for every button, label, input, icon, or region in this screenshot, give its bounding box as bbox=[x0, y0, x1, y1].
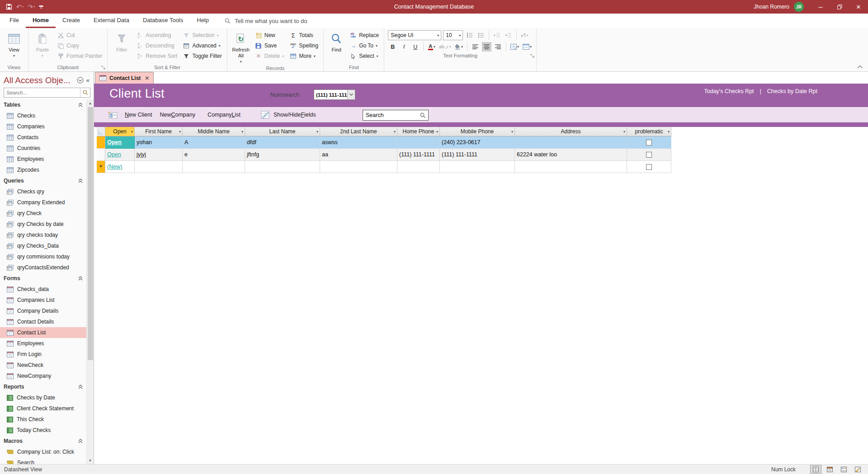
nav-item-query[interactable]: qry checks today bbox=[0, 230, 86, 240]
shutter-bar-close-icon[interactable]: « bbox=[85, 77, 91, 84]
ribbon-tab[interactable]: Home bbox=[26, 14, 56, 28]
filter-arrow-icon[interactable]: ▾ bbox=[241, 130, 243, 134]
font-name-combo[interactable]: Segoe UI ▾ bbox=[388, 30, 441, 40]
ribbon-tab[interactable]: Help bbox=[190, 14, 216, 28]
nav-item-report[interactable]: Client Check Statement bbox=[0, 403, 86, 414]
middle-name-cell[interactable] bbox=[183, 161, 245, 173]
first-name-cell[interactable] bbox=[135, 161, 183, 173]
decrease-indent-button[interactable] bbox=[492, 31, 502, 40]
nav-item-macro[interactable]: Company List: on: Click bbox=[0, 446, 86, 457]
collapse-group-icon[interactable] bbox=[78, 276, 83, 281]
search-icon[interactable] bbox=[80, 88, 90, 97]
new-company-button[interactable]: New Company bbox=[160, 112, 195, 118]
checks-by-date-rpt-link[interactable]: Checks by Date Rpt bbox=[767, 88, 817, 94]
nav-item-form[interactable]: Checks_data bbox=[0, 284, 86, 295]
delete-record-button[interactable]: ✕ Delete ▾ bbox=[253, 51, 287, 61]
select-button[interactable]: Select ▾ bbox=[347, 51, 381, 61]
nav-item-macro[interactable]: Search bbox=[0, 457, 86, 464]
remove-sort-button[interactable]: AZ× Remove Sort bbox=[134, 51, 179, 61]
middle-name-cell[interactable]: A bbox=[183, 136, 245, 149]
last-name-cell[interactable] bbox=[245, 161, 320, 173]
column-header-first-name[interactable]: First Name▾ bbox=[135, 127, 183, 136]
2nd-last-name-cell[interactable]: aswss bbox=[320, 136, 397, 149]
new-record-selector[interactable]: * bbox=[97, 161, 105, 173]
record-selector[interactable] bbox=[97, 149, 105, 161]
more-button[interactable]: More ▾ bbox=[287, 51, 321, 61]
chevron-down-icon[interactable] bbox=[347, 90, 355, 99]
nav-group-header-tables[interactable]: Tables bbox=[0, 99, 86, 110]
increase-indent-button[interactable] bbox=[504, 31, 513, 40]
view-button[interactable]: View ▾ bbox=[3, 30, 25, 59]
select-all-corner[interactable] bbox=[97, 127, 105, 136]
nav-item-report[interactable]: Checks by Date bbox=[0, 392, 86, 403]
nav-item-query[interactable]: Company Extended bbox=[0, 197, 86, 208]
mobile-phone-cell[interactable]: (240) 223-0617 bbox=[440, 136, 515, 149]
scrollbar-thumb[interactable] bbox=[88, 107, 93, 360]
replace-button[interactable]: ab⤷ac Replace bbox=[347, 30, 381, 40]
collapse-group-icon[interactable] bbox=[78, 439, 83, 443]
column-header-last-name[interactable]: Last Name▾ bbox=[245, 127, 320, 136]
filter-arrow-icon[interactable]: ▾ bbox=[511, 130, 513, 134]
find-button[interactable]: Find bbox=[326, 30, 346, 53]
2nd-last-name-cell[interactable] bbox=[320, 161, 397, 173]
new-client-button[interactable]: New Client bbox=[125, 112, 152, 118]
font-color-button[interactable]: A ▾ bbox=[427, 42, 436, 52]
last-name-cell[interactable]: dfdf bbox=[245, 136, 320, 149]
address-cell[interactable]: 62224 water loo bbox=[515, 149, 627, 161]
align-center-button[interactable] bbox=[482, 42, 491, 52]
datasheet-view-button[interactable] bbox=[810, 465, 821, 474]
font-size-combo[interactable]: 10 ▾ bbox=[443, 30, 463, 40]
toggle-filter-button[interactable]: Toggle Filter bbox=[180, 51, 224, 61]
clipboard-dialog-launcher-icon[interactable] bbox=[101, 66, 106, 70]
home-phone-cell[interactable] bbox=[397, 161, 440, 173]
numbering-button[interactable] bbox=[476, 31, 486, 40]
cut-button[interactable]: Cut bbox=[55, 30, 104, 40]
nav-group-header-forms[interactable]: Forms bbox=[0, 273, 86, 284]
ribbon-tab[interactable]: External Data bbox=[87, 14, 136, 28]
save-record-button[interactable]: Save bbox=[253, 41, 287, 51]
nav-item-table[interactable]: Employees bbox=[0, 154, 86, 164]
ascending-button[interactable]: AZ↓ Ascending bbox=[134, 30, 179, 40]
format-painter-button[interactable]: Format Painter bbox=[55, 51, 104, 61]
document-tab-contact-list[interactable]: Contact List ✕ bbox=[95, 72, 154, 84]
nav-item-form[interactable]: NewCheck bbox=[0, 360, 86, 371]
column-header-mobile-phone[interactable]: Mobile Phone▾ bbox=[440, 127, 515, 136]
scroll-down-icon[interactable]: ▼ bbox=[87, 457, 94, 464]
close-tab-icon[interactable]: ✕ bbox=[145, 75, 149, 81]
collapse-group-icon[interactable] bbox=[78, 385, 83, 389]
layout-view-button[interactable] bbox=[838, 465, 849, 474]
nav-item-form[interactable]: Companies List bbox=[0, 295, 86, 305]
nav-group-header-queries[interactable]: Queries bbox=[0, 175, 86, 186]
filter-button[interactable]: Filter bbox=[110, 30, 133, 53]
nav-item-query[interactable]: Checks qry bbox=[0, 186, 86, 197]
text-formatting-dialog-launcher-icon[interactable] bbox=[530, 54, 535, 58]
column-header-home-phone[interactable]: Home Phone▾ bbox=[397, 127, 440, 136]
open-cell[interactable]: (New) bbox=[105, 161, 135, 173]
minimize-button[interactable]: ─ bbox=[811, 0, 830, 14]
nav-item-query[interactable]: qry Check bbox=[0, 208, 86, 219]
nav-item-form[interactable]: NewCompany bbox=[0, 371, 86, 381]
column-header-2nd-last-name[interactable]: 2nd Last Name▾ bbox=[320, 127, 397, 136]
last-name-cell[interactable]: jftnfg bbox=[245, 149, 320, 161]
nav-item-table[interactable]: Contacts bbox=[0, 132, 86, 143]
filter-arrow-icon[interactable]: ▾ bbox=[131, 130, 133, 134]
nav-item-table[interactable]: Companies bbox=[0, 121, 86, 132]
todays-checks-rpt-link[interactable]: Today's Checks Rpt bbox=[704, 88, 754, 94]
collapse-group-icon[interactable] bbox=[78, 178, 83, 183]
nav-item-form[interactable]: Frm Login bbox=[0, 349, 86, 360]
mobile-phone-cell[interactable]: (111) 111-1111 bbox=[440, 149, 515, 161]
middle-name-cell[interactable]: e bbox=[183, 149, 245, 161]
undo-icon[interactable]: ↶▾ bbox=[15, 1, 25, 12]
ribbon-tab[interactable]: Database Tools bbox=[136, 14, 190, 28]
column-header-open[interactable]: Open▾ bbox=[105, 127, 135, 136]
tell-me-box[interactable]: Tell me what you want to do bbox=[225, 14, 307, 28]
redo-icon[interactable]: ↷▾ bbox=[26, 1, 36, 12]
form-search-input[interactable] bbox=[363, 112, 420, 118]
ribbon-tab[interactable]: Create bbox=[56, 14, 87, 28]
column-header-address[interactable]: Address▾ bbox=[515, 127, 627, 136]
record-selector[interactable] bbox=[97, 136, 105, 149]
nav-item-table[interactable]: Countries bbox=[0, 143, 86, 154]
mobile-phone-cell[interactable] bbox=[440, 161, 515, 173]
align-right-button[interactable] bbox=[493, 42, 503, 52]
nav-item-query[interactable]: qryContactsExtended bbox=[0, 262, 86, 273]
